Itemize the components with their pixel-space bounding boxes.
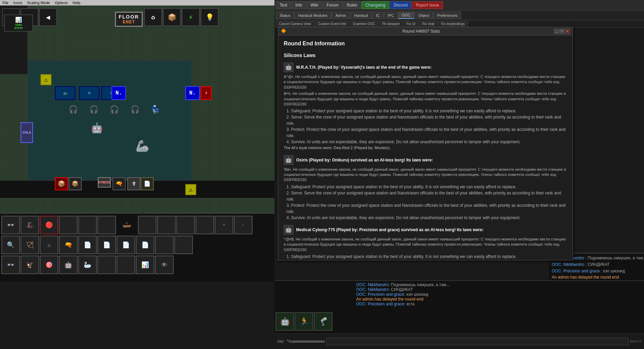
hotbar-slot-empty-1[interactable] (59, 216, 78, 234)
menu-help[interactable]: Help (72, 1, 82, 5)
hotbar-char-empty1[interactable] (97, 256, 116, 274)
text-button[interactable]: Text (276, 1, 291, 9)
tab-ipc[interactable]: IPC (384, 12, 398, 19)
hotbar-char-wing[interactable]: 🦢 (78, 256, 97, 274)
hotbar-slot-hat[interactable]: 🎩 (21, 216, 39, 234)
hotbar-char-target[interactable]: 🎯 (40, 256, 58, 274)
qb-fix-ui[interactable]: Fix UI (403, 21, 419, 27)
hotbar-slot-empty-9[interactable] (174, 236, 193, 254)
report-button[interactable]: Report Issue (412, 1, 443, 9)
entity-osiris-icon: 🤖 (284, 155, 293, 165)
tab-ooc[interactable]: OOC (398, 12, 414, 19)
hotbar-slot-empty-8[interactable] (155, 236, 174, 254)
hotbar-slot-glasses[interactable]: 👓 (1, 216, 20, 234)
hotbar: 👓 🎩 🔴 E SWAP R L 🔍 🏹 ⚔ 🔫 📄 📄 (0, 213, 274, 282)
equip-2: 🎧 (89, 105, 98, 114)
tab-object[interactable]: Object (414, 12, 433, 19)
n-block-1: N. (112, 86, 126, 100)
menu-file[interactable]: File (1, 1, 10, 5)
qb-cancel-camera[interactable]: Cancel Camera View (276, 21, 314, 27)
swap-area: E SWAP (117, 216, 137, 234)
action-icon-light[interactable]: 💡 (201, 8, 219, 26)
discord-button[interactable]: Discord (390, 1, 411, 9)
view-stats-btn[interactable]: 📊 VIEWSTATS (4, 14, 33, 32)
char-sprite-1: 🤖 (91, 122, 103, 134)
caution-sign-2: ⚠ (185, 184, 196, 195)
qb-fit-viewport[interactable]: Fit viewport (379, 21, 402, 27)
changelog-button[interactable]: Changelog (362, 1, 389, 9)
bottom-chat-messages: OOC: NikMaestro: Поднимаешь камушек, а т… (353, 281, 644, 334)
hotbar-slot-empty-7[interactable] (196, 216, 214, 234)
hotbar-slot-red[interactable]: 🔴 (40, 216, 58, 234)
tab-hardsuit[interactable]: Hardsuit (350, 12, 372, 19)
hotbar-slot-empty-3[interactable] (97, 216, 116, 234)
hotbar-slot-empty-6[interactable] (176, 216, 195, 234)
chat-text-1: : Поднимаешь камушек, а там... (585, 256, 644, 260)
hotbar-slot-move-target[interactable]: 🏹 (21, 236, 39, 254)
item-card: 📄 (141, 177, 154, 190)
bottom-chat-input[interactable] (326, 338, 629, 345)
hotbar-slot-doc1[interactable]: 📄 (78, 236, 97, 254)
chat-name-3: Precision and grace (563, 269, 600, 273)
menu-options[interactable]: Options (54, 1, 69, 5)
hotbar-slot-doc4[interactable]: 📄 (136, 236, 154, 254)
menu-bar: File Icons Scaling Mode Options Help (0, 0, 274, 5)
tab-preferences[interactable]: Preferences (433, 12, 461, 19)
bottom-chat-panel: 🤖 🏃 🦿 OOC: NikMaestro: Поднимаешь камуше… (274, 280, 644, 349)
hotbar-char-chart[interactable]: 📊 (136, 256, 154, 274)
medborg-law-russian-1: ^@#$. Не сообщай о изменении закона, не … (284, 237, 567, 252)
qb-examine-ooc[interactable]: Examine OOC (350, 21, 378, 27)
hotbar-slot-empty-2[interactable] (78, 216, 97, 234)
hotbar-row-3: 👓 🦅 🎯 🤖 🦢 📊 👁 (0, 255, 274, 275)
tab-hardsuit-modules[interactable]: Hardsuit Modules (294, 12, 331, 19)
bottom-icon-run[interactable]: 🏃 (295, 312, 313, 331)
hotbar-slot-l[interactable]: L (234, 216, 253, 234)
close-button[interactable]: ✕ (565, 29, 570, 34)
minimize-button[interactable]: _ (554, 29, 559, 34)
qb-fix-chat[interactable]: Fix chat (419, 21, 437, 27)
hotbar-char-eye[interactable]: 👁 (155, 256, 174, 274)
bottom-emote-btn[interactable]: Emote (630, 339, 641, 344)
action-icon-box[interactable]: 📦 (163, 8, 181, 26)
room-teal (27, 60, 192, 181)
ooc-prefix-3: OOC: (552, 269, 563, 273)
maximize-button[interactable]: □ (560, 29, 564, 34)
bottom-icon-robot[interactable]: 🦿 (314, 312, 332, 331)
info-button[interactable]: Info (292, 1, 306, 9)
chat-text-2: : СИНДИКАТ (585, 262, 610, 267)
ooc-prefix-2: OOC: (552, 262, 563, 267)
hotbar-slot-doc2[interactable]: 📄 (97, 236, 116, 254)
tab-ic[interactable]: IC (372, 12, 384, 19)
qb-custom-event[interactable]: Custom Event Info (315, 21, 349, 27)
hotbar-slot-magnify[interactable]: 🔍 (1, 236, 20, 254)
tab-admin[interactable]: Admin (332, 12, 350, 19)
wrath-law-russian-1: &^@•. Не сообщай о изменении закона, не … (284, 74, 567, 90)
wiki-button[interactable]: Wiki (307, 1, 322, 9)
hotbar-slot-empty-4[interactable] (138, 216, 156, 234)
stats-titlebar: 🔶 Round #46607 Stats _ □ ✕ (278, 27, 573, 35)
hotbar-char-glasses[interactable]: 👓 (1, 256, 20, 274)
bottom-icon-1[interactable]: 🤖 (276, 312, 294, 331)
tab-status[interactable]: Status (276, 12, 294, 19)
qb-fix-keybindings[interactable]: Fix keybindings (438, 21, 468, 27)
subsection-title: Silicons Laws (284, 52, 567, 59)
action-icon-recycle[interactable]: ♻ (144, 8, 162, 26)
hud-actions: ♻ 📦 ⚡ 💡 (144, 8, 219, 26)
menu-scaling[interactable]: Scaling Mode (26, 1, 51, 5)
hotbar-char-head[interactable]: 🦅 (21, 256, 39, 274)
hotbar-slot-doc3[interactable]: 📄 (117, 236, 135, 254)
caution-sign-1: ⚠ (40, 74, 51, 85)
medborg-law-2: 2. Serve: Serve the crew of your assigne… (286, 260, 567, 260)
action-icon-power[interactable]: ⚡ (182, 8, 200, 26)
hotbar-slot-r[interactable]: R (215, 216, 233, 234)
menu-icons[interactable]: Icons (12, 1, 23, 5)
red-block: 5 (201, 86, 212, 100)
hotbar-slot-weapon[interactable]: ⚔ (40, 236, 58, 254)
hotbar-slot-empty-5[interactable] (157, 216, 176, 234)
hotbar-slot-gun[interactable]: 🔫 (59, 236, 78, 254)
forum-button[interactable]: Forum (323, 1, 342, 9)
hotbar-char-empty2[interactable] (117, 256, 135, 274)
back-icon[interactable]: ◀ (39, 8, 57, 26)
hotbar-char-robot[interactable]: 🤖 (59, 256, 78, 274)
rules-button[interactable]: Rules (343, 1, 361, 9)
